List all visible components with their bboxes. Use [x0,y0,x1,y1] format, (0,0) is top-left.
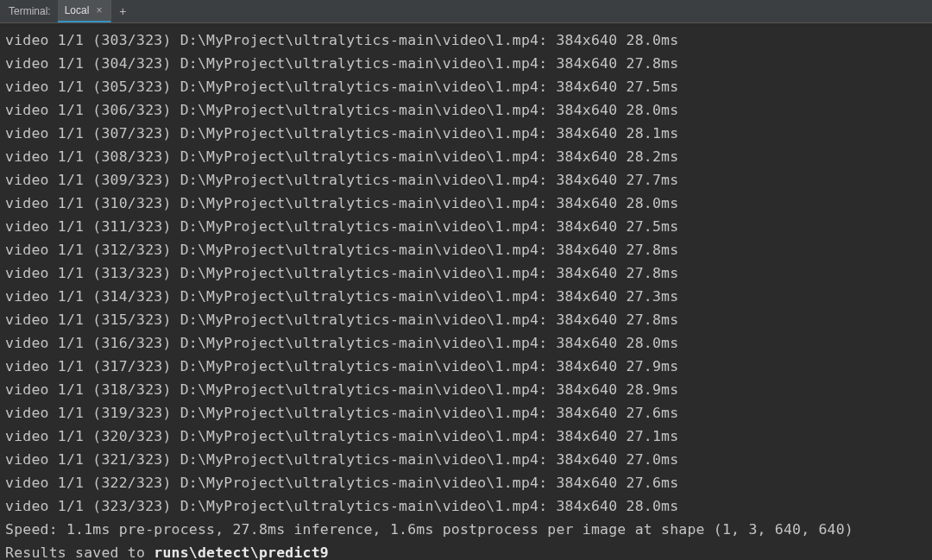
results-save-path: runs\detect\predict9 [154,544,329,560]
add-terminal-button[interactable]: + [111,0,134,22]
terminal-tab-local[interactable]: Local × [58,0,112,22]
terminal-line: video 1/1 (321/323) D:\MyProject\ultraly… [5,448,927,471]
terminal-line: video 1/1 (307/323) D:\MyProject\ultraly… [5,122,927,145]
terminal-results-line: Results saved to runs\detect\predict9 [5,541,927,560]
close-icon[interactable]: × [94,5,104,16]
tabbar-spacer [134,0,932,22]
terminal-tab-label: Local [65,4,90,16]
terminal-line: video 1/1 (308/323) D:\MyProject\ultraly… [5,145,927,168]
terminal-panel-title: Terminal: [0,0,58,22]
terminal-line: video 1/1 (316/323) D:\MyProject\ultraly… [5,331,927,355]
terminal-speed-line: Speed: 1.1ms pre-process, 27.8ms inferen… [5,518,927,541]
terminal-line: video 1/1 (318/323) D:\MyProject\ultraly… [5,378,927,401]
terminal-line: video 1/1 (314/323) D:\MyProject\ultraly… [5,285,927,308]
terminal-tabbar: Terminal: Local × + [0,0,932,23]
terminal-line: video 1/1 (311/323) D:\MyProject\ultraly… [5,215,927,238]
terminal-line: video 1/1 (313/323) D:\MyProject\ultraly… [5,261,927,285]
terminal-line: video 1/1 (320/323) D:\MyProject\ultraly… [5,425,927,448]
terminal-line: video 1/1 (303/323) D:\MyProject\ultraly… [5,28,927,52]
terminal-output[interactable]: video 1/1 (303/323) D:\MyProject\ultraly… [0,23,932,560]
terminal-line: video 1/1 (305/323) D:\MyProject\ultraly… [5,75,927,98]
terminal-line: video 1/1 (319/323) D:\MyProject\ultraly… [5,401,927,425]
terminal-line: video 1/1 (322/323) D:\MyProject\ultraly… [5,471,927,494]
terminal-line: video 1/1 (304/323) D:\MyProject\ultraly… [5,52,927,75]
terminal-line: video 1/1 (310/323) D:\MyProject\ultraly… [5,192,927,215]
terminal-line: video 1/1 (312/323) D:\MyProject\ultraly… [5,238,927,261]
ide-window: Terminal: Local × + video 1/1 (303/323) … [0,0,932,560]
terminal-line: video 1/1 (306/323) D:\MyProject\ultraly… [5,98,927,122]
terminal-line: video 1/1 (309/323) D:\MyProject\ultraly… [5,168,927,192]
terminal-line: video 1/1 (315/323) D:\MyProject\ultraly… [5,308,927,331]
terminal-line: video 1/1 (323/323) D:\MyProject\ultraly… [5,494,927,518]
terminal-line: video 1/1 (317/323) D:\MyProject\ultraly… [5,355,927,378]
